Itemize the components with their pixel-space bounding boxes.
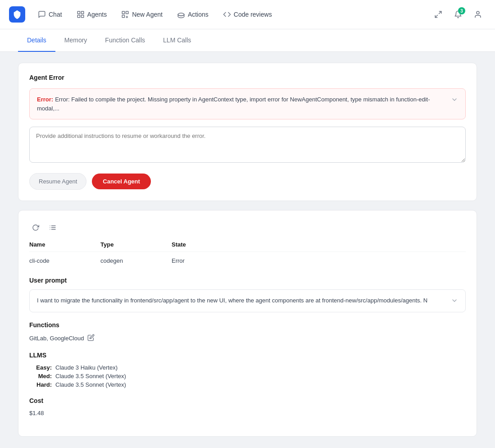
cell-name: cli-code (29, 257, 97, 264)
chat-icon (38, 10, 46, 18)
header: Chat Agents New Agent Actions (0, 0, 495, 29)
list-view-button[interactable] (46, 221, 59, 234)
col-name: Name (29, 241, 97, 248)
nav-chat[interactable]: Chat (32, 8, 68, 21)
code-reviews-icon (223, 10, 231, 18)
cell-state: Error (172, 257, 239, 264)
agent-error-title: Agent Error (29, 74, 466, 81)
nav-new-agent[interactable]: New Agent (116, 8, 168, 21)
nav-actions[interactable]: Actions (172, 8, 214, 21)
svg-rect-1 (81, 11, 83, 14)
svg-rect-3 (81, 15, 83, 18)
details-card: Name Type State cli-code codegen Error U… (18, 210, 477, 437)
user-menu-button[interactable] (470, 6, 486, 23)
cell-type: codegen (100, 257, 168, 264)
agent-details-table: Name Type State cli-code codegen Error (29, 241, 466, 266)
user-prompt-section: User prompt I want to migrate the functi… (29, 277, 466, 312)
llm-easy-value: Claude 3 Haiku (Vertex) (55, 364, 118, 371)
table-header: Name Type State (29, 241, 466, 252)
agent-actions-row: Resume Agent Cancel Agent (29, 173, 466, 190)
functions-row: GitLab, GoogleCloud (29, 334, 466, 343)
svg-rect-2 (77, 15, 80, 18)
cost-value: $1.48 (29, 410, 466, 416)
user-icon (474, 10, 482, 18)
llm-row-med: Med: Claude 3.5 Sonnet (Vertex) (29, 373, 466, 379)
agents-icon (77, 10, 85, 18)
svg-rect-6 (122, 15, 124, 18)
nav-agents[interactable]: Agents (71, 8, 113, 21)
actions-label: Actions (188, 11, 209, 18)
edit-functions-button[interactable] (87, 334, 95, 343)
svg-rect-4 (122, 11, 124, 14)
expand-icon (434, 10, 442, 18)
svg-rect-5 (126, 11, 128, 14)
cancel-agent-button[interactable]: Cancel Agent (92, 174, 151, 189)
functions-title: Functions (29, 321, 466, 329)
llms-section: LLMS Easy: Claude 3 Haiku (Vertex) Med: … (29, 352, 466, 388)
llms-table: Easy: Claude 3 Haiku (Vertex) Med: Claud… (29, 364, 466, 388)
tab-llm-calls[interactable]: LLM Calls (154, 29, 200, 52)
svg-line-11 (435, 15, 437, 18)
cost-title: Cost (29, 397, 466, 404)
error-label: Error: (37, 96, 53, 103)
expand-button[interactable] (430, 6, 446, 23)
cost-section: Cost $1.48 (29, 397, 466, 416)
new-agent-icon (121, 10, 129, 18)
agent-error-card: Agent Error Error:Error: Failed to compi… (18, 63, 477, 201)
llms-title: LLMS (29, 352, 466, 359)
llm-row-hard: Hard: Claude 3.5 Sonnet (Vertex) (29, 381, 466, 388)
user-prompt-text: I want to migrate the functionality in f… (37, 296, 447, 305)
tab-function-calls[interactable]: Function Calls (96, 29, 154, 52)
svg-rect-0 (77, 11, 80, 14)
refresh-button[interactable] (29, 221, 42, 234)
col-type: Type (100, 241, 168, 248)
llm-hard-value: Claude 3.5 Sonnet (Vertex) (55, 381, 126, 388)
list-icon (49, 224, 56, 231)
svg-line-10 (439, 11, 441, 14)
prompt-expand-button[interactable] (451, 297, 458, 306)
tab-details[interactable]: Details (18, 29, 55, 52)
code-reviews-label: Code reviews (234, 11, 272, 18)
agents-label: Agents (87, 11, 107, 18)
header-right: 3 (430, 6, 486, 23)
instructions-textarea[interactable] (29, 127, 466, 163)
logo[interactable] (9, 6, 25, 23)
llm-row-easy: Easy: Claude 3 Haiku (Vertex) (29, 364, 466, 371)
error-expand-button[interactable] (451, 96, 458, 105)
actions-icon (177, 10, 185, 18)
notifications-button[interactable]: 3 (450, 6, 466, 23)
svg-point-12 (477, 11, 479, 14)
llm-med-label: Med: (29, 373, 52, 379)
details-toolbar (29, 221, 466, 234)
main-content: Agent Error Error:Error: Failed to compi… (0, 52, 495, 448)
user-prompt-box: I want to migrate the functionality in f… (29, 289, 466, 312)
nav-code-reviews[interactable]: Code reviews (218, 8, 277, 21)
chat-label: Chat (49, 11, 62, 18)
user-prompt-title: User prompt (29, 277, 466, 284)
refresh-icon (32, 224, 39, 231)
new-agent-label: New Agent (132, 11, 163, 18)
llm-med-value: Claude 3.5 Sonnet (Vertex) (55, 373, 126, 379)
functions-value: GitLab, GoogleCloud (29, 335, 84, 342)
resume-agent-button[interactable]: Resume Agent (29, 173, 86, 190)
table-row: cli-code codegen Error (29, 256, 466, 266)
col-state: State (172, 241, 239, 248)
error-message: Error:Error: Failed to compile the proje… (37, 95, 447, 113)
notification-count: 3 (458, 7, 465, 14)
functions-section: Functions GitLab, GoogleCloud (29, 321, 466, 343)
error-banner: Error:Error: Failed to compile the proje… (29, 88, 466, 119)
tabs-bar: Details Memory Function Calls LLM Calls (0, 29, 495, 52)
llm-easy-label: Easy: (29, 364, 52, 371)
tab-memory[interactable]: Memory (55, 29, 96, 52)
llm-hard-label: Hard: (29, 381, 52, 388)
